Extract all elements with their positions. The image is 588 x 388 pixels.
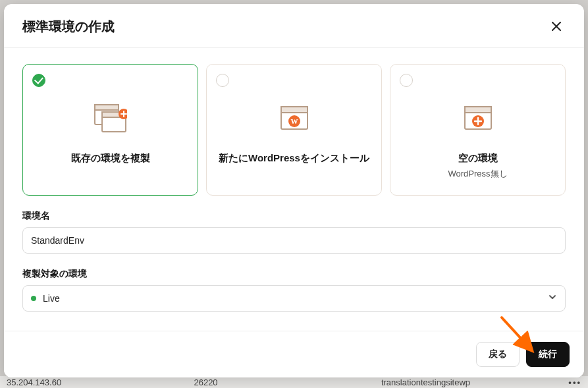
modal-title: 標準環境の作成 <box>22 18 115 36</box>
svg-text:W: W <box>290 117 298 125</box>
close-icon <box>552 22 561 31</box>
select-value-wrap: Live <box>31 293 60 304</box>
source-env-label: 複製対象の環境 <box>22 268 566 280</box>
field-source-env: 複製対象の環境 Live <box>22 268 566 312</box>
env-name-input[interactable] <box>22 227 566 254</box>
source-env-select[interactable]: Live <box>22 285 566 312</box>
option-install-wordpress[interactable]: W 新たにWordPressをインストール <box>206 64 382 196</box>
continue-button[interactable]: 続行 <box>526 342 570 367</box>
kebab-icon[interactable]: ••• <box>568 377 581 387</box>
option-install-title: 新たにWordPressをインストール <box>219 150 369 165</box>
option-cards: 既存の環境を複製 W 新たにWordPressをインストール <box>22 64 566 196</box>
field-env-name: 環境名 <box>22 210 566 254</box>
radio-icon <box>400 74 413 87</box>
radio-selected-icon <box>32 74 45 87</box>
modal-header: 標準環境の作成 <box>4 4 584 47</box>
modal-footer: 戻る 続行 <box>4 331 584 377</box>
option-copy-existing[interactable]: 既存の環境を複製 <box>22 64 198 196</box>
bg-ip: 35.204.143.60 <box>7 377 194 387</box>
env-name-label: 環境名 <box>22 210 566 222</box>
radio-icon <box>216 74 229 87</box>
option-empty-sub: WordPress無し <box>448 168 507 180</box>
modal-body: 既存の環境を複製 W 新たにWordPressをインストール <box>4 48 584 331</box>
option-empty-title: 空の環境 <box>458 150 498 165</box>
svg-rect-6 <box>281 107 307 113</box>
empty-window-icon <box>464 103 493 134</box>
wordpress-window-icon: W <box>280 103 309 134</box>
create-env-modal: 標準環境の作成 既存の環境を複製 <box>4 4 584 377</box>
option-copy-title: 既存の環境を複製 <box>71 150 150 165</box>
chevron-down-icon <box>548 292 557 304</box>
status-dot-icon <box>31 296 36 301</box>
source-env-value: Live <box>43 293 60 304</box>
option-empty-env[interactable]: 空の環境 WordPress無し <box>390 64 566 196</box>
svg-rect-10 <box>465 107 491 113</box>
bg-site: translationtestingsitewp <box>381 377 568 387</box>
close-button[interactable] <box>547 17 566 36</box>
copy-windows-icon <box>94 103 127 134</box>
bg-port: 26220 <box>194 377 381 387</box>
svg-rect-1 <box>95 105 119 110</box>
back-button[interactable]: 戻る <box>476 342 520 367</box>
background-table-row: 35.204.143.60 26220 translationtestingsi… <box>0 376 588 388</box>
